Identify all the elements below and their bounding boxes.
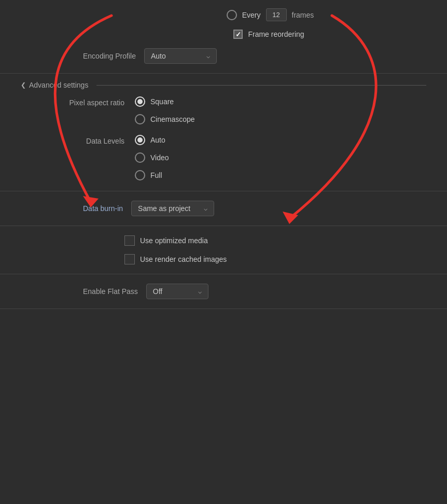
enable-flat-pass-arrow-icon: ⌵ <box>198 288 202 295</box>
pixel-aspect-ratio-label: Pixel aspect ratio <box>21 96 135 107</box>
pixel-cinemascope-label: Cinemascope <box>150 115 195 123</box>
enable-flat-pass-label: Enable Flat Pass <box>83 287 138 296</box>
data-levels-auto-label: Auto <box>150 136 165 144</box>
frame-reordering-checkbox[interactable] <box>233 30 243 39</box>
encoding-profile-label: Encoding Profile <box>83 52 136 60</box>
frames-unit: frames <box>292 11 314 19</box>
encoding-profile-value: Auto <box>151 52 166 60</box>
data-levels-video-option[interactable]: Video <box>135 152 169 163</box>
every-label: Every <box>242 11 261 19</box>
advanced-settings-title: Advanced settings <box>29 81 88 89</box>
use-optimized-label: Use optimized media <box>140 236 208 245</box>
use-render-checkbox[interactable] <box>124 254 135 264</box>
frame-reordering-label: Frame reordering <box>248 30 304 38</box>
encoding-profile-arrow-icon: ⌵ <box>206 52 210 60</box>
frames-input[interactable] <box>266 8 287 21</box>
advanced-chevron-icon: ❮ <box>21 81 26 89</box>
enable-flat-pass-value: Off <box>153 287 162 296</box>
encoding-profile-dropdown[interactable]: Auto ⌵ <box>144 48 217 64</box>
data-levels-auto-option[interactable]: Auto <box>135 135 169 145</box>
use-optimized-checkbox[interactable] <box>124 235 135 246</box>
data-burnin-value: Same as project <box>138 204 190 213</box>
data-burnin-dropdown[interactable]: Same as project ⌵ <box>131 201 214 216</box>
enable-flat-pass-dropdown[interactable]: Off ⌵ <box>146 284 208 299</box>
data-levels-video-label: Video <box>150 153 169 162</box>
data-burnin-arrow-icon: ⌵ <box>204 205 207 212</box>
data-levels-label: Data Levels <box>21 135 135 145</box>
use-render-label: Use render cached images <box>140 255 227 263</box>
every-radio[interactable] <box>227 10 237 20</box>
pixel-square-option[interactable]: Square <box>135 96 195 107</box>
data-levels-full-label: Full <box>150 171 162 179</box>
pixel-square-label: Square <box>150 97 174 106</box>
data-burnin-label: Data burn-in <box>83 204 123 213</box>
pixel-cinemascope-option[interactable]: Cinemascope <box>135 114 195 124</box>
data-levels-full-option[interactable]: Full <box>135 170 169 180</box>
